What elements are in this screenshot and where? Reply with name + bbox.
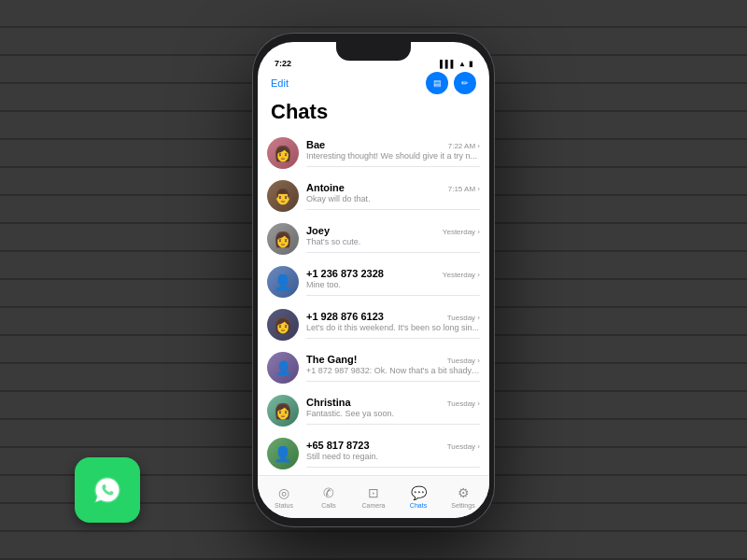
chat-preview: Let's do it this weekend. It's been so l… xyxy=(306,323,480,332)
chat-name: +1 928 876 6123 xyxy=(306,311,384,322)
chat-header: +1 928 876 6123 Tuesday › xyxy=(306,311,480,322)
chat-time: Tuesday › xyxy=(447,314,480,322)
chat-time: Yesterday › xyxy=(443,271,480,279)
chats-tab-label: Chats xyxy=(410,502,427,509)
battery-icon: ▮ xyxy=(469,60,472,68)
chat-content: Antoine 7:15 AM › Okay will do that. xyxy=(306,182,480,210)
chat-name: +1 236 873 2328 xyxy=(306,268,384,279)
tab-bar: ◎ Status ✆ Calls ⊡ Camera 💬 Chats ⚙ Sett… xyxy=(258,475,489,518)
chat-name: Joey xyxy=(306,225,330,236)
whatsapp-app-icon[interactable] xyxy=(75,457,140,523)
archive-icon: ▤ xyxy=(433,78,442,88)
nav-icon-buttons: ▤ ✏ xyxy=(426,72,476,94)
phone-screen: 7:22 ▌▌▌ ▲ ▮ Edit ▤ ✏ Chats xyxy=(258,42,489,518)
avatar: 👨 xyxy=(267,180,299,212)
chats-tab-icon: 💬 xyxy=(411,485,427,500)
camera-tab-icon: ⊡ xyxy=(368,485,379,500)
chat-header: Bae 7:22 AM › xyxy=(306,139,480,150)
nav-bar: Edit ▤ ✏ xyxy=(258,72,489,100)
wifi-icon: ▲ xyxy=(458,60,466,68)
edit-button[interactable]: Edit xyxy=(271,77,289,89)
tab-settings[interactable]: ⚙ Settings xyxy=(441,485,486,509)
chat-item[interactable]: 👩 +1 928 876 6123 Tuesday › Let's do it … xyxy=(258,303,489,346)
chat-name: +65 817 8723 xyxy=(306,440,370,451)
avatar: 👩 xyxy=(267,309,299,341)
status-icons: ▌▌▌ ▲ ▮ xyxy=(440,60,472,68)
chat-content: The Gang! Tuesday › +1 872 987 9832: Ok.… xyxy=(306,354,480,382)
tab-camera[interactable]: ⊡ Camera xyxy=(351,485,396,509)
chat-name: The Gang! xyxy=(306,354,357,365)
chat-item[interactable]: 👨 Antoine 7:15 AM › Okay will do that. xyxy=(258,175,489,217)
signal-icon: ▌▌▌ xyxy=(440,60,456,68)
archive-button[interactable]: ▤ xyxy=(426,72,448,94)
chat-item[interactable]: 👩 Christina Tuesday › Fantastic. See ya … xyxy=(258,389,489,432)
settings-tab-label: Settings xyxy=(451,502,474,509)
chat-preview: Okay will do that. xyxy=(306,194,480,203)
avatar: 👩 xyxy=(267,223,299,255)
chat-time: Tuesday › xyxy=(447,399,480,408)
chat-time: 7:22 AM › xyxy=(448,142,480,150)
chat-header: Joey Yesterday › xyxy=(306,225,480,236)
chat-header: The Gang! Tuesday › xyxy=(306,354,480,365)
chat-preview: Interesting thought! We should give it a… xyxy=(306,151,480,161)
chat-time: Tuesday › xyxy=(447,442,480,451)
chat-content: Christina Tuesday › Fantastic. See ya so… xyxy=(306,397,480,425)
chat-item[interactable]: 👩 Joey Yesterday › That's so cute. xyxy=(258,217,489,260)
chat-name: Antoine xyxy=(306,182,345,193)
chat-content: +1 236 873 2328 Yesterday › Mine too. xyxy=(306,268,480,296)
new-chat-button[interactable]: ✏ xyxy=(454,72,476,94)
avatar: 👩 xyxy=(267,395,299,427)
chat-preview: +1 872 987 9832: Ok. Now that's a bit sh… xyxy=(306,366,480,375)
chat-name: Bae xyxy=(306,139,325,150)
status-tab-label: Status xyxy=(275,502,293,509)
chat-preview: Still need to regain. xyxy=(306,452,480,461)
chat-content: Bae 7:22 AM › Interesting thought! We sh… xyxy=(306,139,480,167)
chat-time: 7:15 AM › xyxy=(448,185,480,193)
chat-content: Joey Yesterday › That's so cute. xyxy=(306,225,480,253)
avatar: 👤 xyxy=(267,438,299,469)
avatar: 👤 xyxy=(267,352,299,384)
compose-icon: ✏ xyxy=(461,78,469,88)
chat-item[interactable]: 👤 +65 817 8723 Tuesday › Still need to r… xyxy=(258,432,489,475)
tab-chats[interactable]: 💬 Chats xyxy=(396,485,441,509)
phone-notch xyxy=(336,42,411,61)
chat-header: +1 236 873 2328 Yesterday › xyxy=(306,268,480,279)
chat-item[interactable]: 👤 +1 236 873 2328 Yesterday › Mine too. xyxy=(258,260,489,303)
calls-tab-label: Calls xyxy=(321,502,336,509)
chat-name: Christina xyxy=(306,397,351,408)
tab-calls[interactable]: ✆ Calls xyxy=(306,485,351,509)
chat-item[interactable]: 👤 The Gang! Tuesday › +1 872 987 9832: O… xyxy=(258,346,489,389)
chat-header: +65 817 8723 Tuesday › xyxy=(306,440,480,451)
chat-header: Christina Tuesday › xyxy=(306,397,480,408)
tab-status[interactable]: ◎ Status xyxy=(261,485,306,509)
avatar: 👩 xyxy=(267,137,299,169)
page-title: Chats xyxy=(271,100,476,124)
chat-time: Yesterday › xyxy=(443,228,480,236)
chat-time: Tuesday › xyxy=(447,357,480,365)
settings-tab-icon: ⚙ xyxy=(458,485,470,500)
status-time: 7:22 xyxy=(275,59,291,68)
avatar: 👤 xyxy=(267,266,299,298)
chat-content: +65 817 8723 Tuesday › Still need to reg… xyxy=(306,440,480,468)
chat-preview: Mine too. xyxy=(306,280,480,289)
title-row: Chats xyxy=(258,100,489,132)
chat-list: 👩 Bae 7:22 AM › Interesting thought! We … xyxy=(258,132,489,475)
chat-preview: That's so cute. xyxy=(306,237,480,246)
chat-item[interactable]: 👩 Bae 7:22 AM › Interesting thought! We … xyxy=(258,132,489,175)
chat-header: Antoine 7:15 AM › xyxy=(306,182,480,193)
phone-frame: 7:22 ▌▌▌ ▲ ▮ Edit ▤ ✏ Chats xyxy=(252,33,495,527)
chat-preview: Fantastic. See ya soon. xyxy=(306,409,480,418)
calls-tab-icon: ✆ xyxy=(323,485,334,500)
camera-tab-label: Camera xyxy=(362,502,386,509)
status-tab-icon: ◎ xyxy=(278,485,289,500)
chat-content: +1 928 876 6123 Tuesday › Let's do it th… xyxy=(306,311,480,339)
